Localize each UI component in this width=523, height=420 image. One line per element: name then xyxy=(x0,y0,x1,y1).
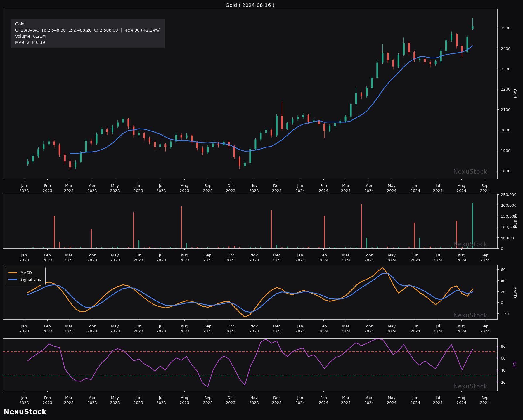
macd-axis-label: MACD xyxy=(513,286,517,298)
macd-legend-item: MACD xyxy=(8,269,41,276)
macd-legend-label: MACD xyxy=(20,270,32,275)
info-ma-line: MA9: 2,440.39 xyxy=(15,39,161,46)
nexustock-app: Gold ( 2024-08-16 ) Gold O: 2,494.40 H: … xyxy=(0,0,523,420)
rsi-axis-label: RSI xyxy=(512,361,517,368)
signal-legend-item: Signal Line xyxy=(8,276,41,283)
watermark-macd-panel: NexuStock xyxy=(453,312,487,319)
info-ohlc-line: O: 2,494.40 H: 2,548.30 L: 2,488.20 C: 2… xyxy=(15,27,161,33)
signal-line-swatch xyxy=(8,279,17,280)
signal-legend-label: Signal Line xyxy=(20,277,41,282)
watermark-rsi-panel: NexuStock xyxy=(453,383,487,390)
macd-legend: MACD Signal Line xyxy=(5,267,46,285)
info-volume-line: Volume: 0.21M xyxy=(15,33,161,39)
brand-logo: NexuStock xyxy=(4,408,46,416)
chart-canvas[interactable] xyxy=(0,0,523,420)
watermark-price-panel: NexuStock xyxy=(453,168,487,175)
watermark-volume-panel: NexuStock xyxy=(453,241,487,248)
macd-line-swatch xyxy=(8,272,17,273)
ohlc-info-box: Gold O: 2,494.40 H: 2,548.30 L: 2,488.20… xyxy=(11,19,165,48)
page-title: Gold ( 2024-08-16 ) xyxy=(0,2,500,8)
info-symbol: Gold xyxy=(15,21,161,27)
price-axis-label: Gold xyxy=(513,89,517,98)
volume-axis-label: Volume xyxy=(513,214,518,228)
